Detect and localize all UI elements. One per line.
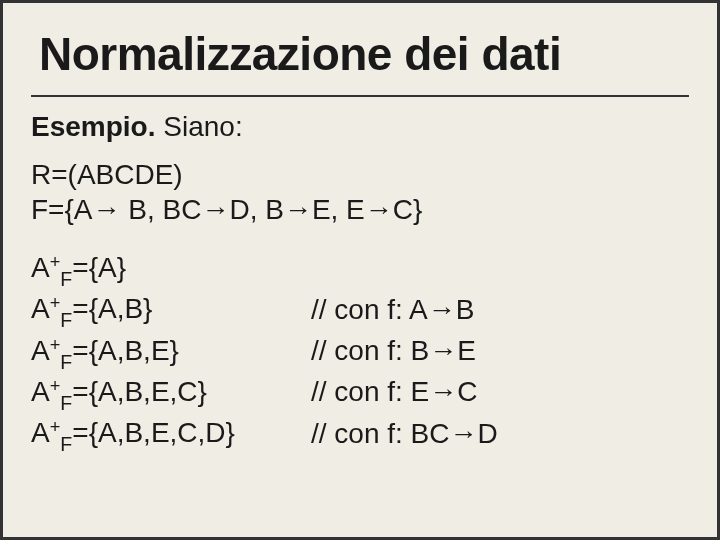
example-label-rest: Siano:	[155, 111, 242, 142]
definitions: R=(ABCDE) F={A→ B, BC→D, B→E, E→C}	[31, 157, 689, 227]
title-divider	[31, 95, 689, 97]
def-line-1: R=(ABCDE)	[31, 157, 689, 192]
closure-steps: A+F={A} A+F={A,B} // con f: A→B A+F={A,B…	[31, 249, 689, 456]
closure-row: A+F={A,B,E,C} // con f: E→C	[31, 373, 689, 414]
closure-row: A+F={A,B,E,C,D} // con f: BC→D	[31, 414, 689, 455]
closure-row: A+F={A}	[31, 249, 689, 290]
def-line-2: F={A→ B, BC→D, B→E, E→C}	[31, 192, 689, 227]
closure-note: // con f: A→B	[311, 291, 474, 329]
closure-lhs: A+F={A,B,E,C}	[31, 373, 311, 414]
closure-row: A+F={A,B} // con f: A→B	[31, 290, 689, 331]
closure-lhs: A+F={A,B,E,C,D}	[31, 414, 311, 455]
closure-row: A+F={A,B,E} // con f: B→E	[31, 332, 689, 373]
closure-lhs: A+F={A,B,E}	[31, 332, 311, 373]
closure-lhs: A+F={A,B}	[31, 290, 311, 331]
slide: Normalizzazione dei dati Esempio. Siano:…	[0, 0, 720, 540]
example-label-bold: Esempio.	[31, 111, 155, 142]
closure-lhs: A+F={A}	[31, 249, 311, 290]
closure-note: // con f: E→C	[311, 373, 478, 411]
closure-note: // con f: B→E	[311, 332, 476, 370]
example-label: Esempio. Siano:	[31, 111, 689, 143]
closure-note: // con f: BC→D	[311, 415, 498, 453]
page-title: Normalizzazione dei dati	[39, 27, 689, 81]
